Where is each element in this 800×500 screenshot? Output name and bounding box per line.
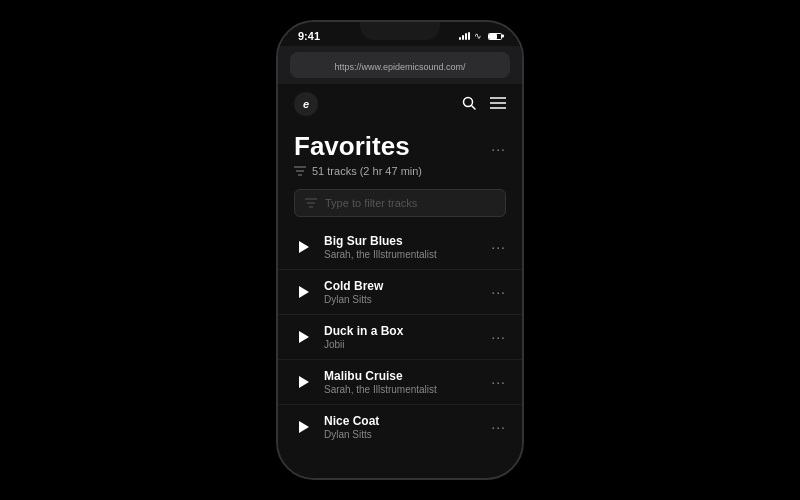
app-logo: e xyxy=(294,92,318,116)
track-count-row: 51 tracks (2 hr 47 min) xyxy=(294,165,506,177)
track-item-1[interactable]: Cold Brew Dylan Sitts ··· xyxy=(278,270,522,315)
track-name-2: Duck in a Box xyxy=(324,324,481,338)
track-artist-0: Sarah, the Illstrumentalist xyxy=(324,249,481,260)
track-more-button-1[interactable]: ··· xyxy=(491,284,506,300)
track-name-0: Big Sur Blues xyxy=(324,234,481,248)
battery-icon xyxy=(488,33,502,40)
browser-bar: https://www.epidemicsound.com/ xyxy=(278,46,522,84)
play-icon-3 xyxy=(299,376,309,388)
filter-input-icon xyxy=(305,198,317,208)
svg-line-1 xyxy=(472,105,476,109)
signal-icon xyxy=(459,32,470,40)
track-artist-2: Jobii xyxy=(324,339,481,350)
play-button-3[interactable] xyxy=(294,372,314,392)
track-name-1: Cold Brew xyxy=(324,279,481,293)
play-icon-2 xyxy=(299,331,309,343)
play-icon-4 xyxy=(299,421,309,433)
menu-icon[interactable] xyxy=(490,96,506,112)
track-info-0: Big Sur Blues Sarah, the Illstrumentalis… xyxy=(324,234,481,260)
track-item-3[interactable]: Malibu Cruise Sarah, the Illstrumentalis… xyxy=(278,360,522,405)
track-info-4: Nice Coat Dylan Sitts xyxy=(324,414,481,440)
page-more-button[interactable]: ... xyxy=(491,138,506,154)
url-text: https://www.epidemicsound.com/ xyxy=(334,62,465,72)
title-row: Favorites ... xyxy=(294,132,506,161)
filter-placeholder: Type to filter tracks xyxy=(325,197,417,209)
track-info-1: Cold Brew Dylan Sitts xyxy=(324,279,481,305)
track-item-2[interactable]: Duck in a Box Jobii ··· xyxy=(278,315,522,360)
status-time: 9:41 xyxy=(298,30,320,42)
app-content: e xyxy=(278,84,522,478)
play-button-0[interactable] xyxy=(294,237,314,257)
filter-input-container[interactable]: Type to filter tracks xyxy=(294,189,506,217)
search-icon[interactable] xyxy=(462,96,476,113)
track-info-2: Duck in a Box Jobii xyxy=(324,324,481,350)
filter-section: Type to filter tracks xyxy=(278,181,522,225)
notch xyxy=(360,22,440,40)
track-artist-4: Dylan Sitts xyxy=(324,429,481,440)
play-icon-1 xyxy=(299,286,309,298)
play-button-4[interactable] xyxy=(294,417,314,437)
url-bar[interactable]: https://www.epidemicsound.com/ xyxy=(290,52,510,78)
track-artist-1: Dylan Sitts xyxy=(324,294,481,305)
track-more-button-2[interactable]: ··· xyxy=(491,329,506,345)
play-icon-0 xyxy=(299,241,309,253)
wifi-icon: ∿ xyxy=(474,31,482,41)
phone-frame: 9:41 ∿ https://www.epidemicsound.com/ xyxy=(276,20,524,480)
track-artist-3: Sarah, the Illstrumentalist xyxy=(324,384,481,395)
play-button-1[interactable] xyxy=(294,282,314,302)
track-more-button-3[interactable]: ··· xyxy=(491,374,506,390)
logo-letter: e xyxy=(303,98,309,110)
track-name-3: Malibu Cruise xyxy=(324,369,481,383)
header-icons xyxy=(462,96,506,113)
track-more-button-4[interactable]: ··· xyxy=(491,419,506,435)
page-title: Favorites xyxy=(294,132,410,161)
track-info-3: Malibu Cruise Sarah, the Illstrumentalis… xyxy=(324,369,481,395)
play-button-2[interactable] xyxy=(294,327,314,347)
page-title-area: Favorites ... 51 tracks (2 hr 47 min) xyxy=(278,124,522,181)
track-item-4[interactable]: Nice Coat Dylan Sitts ··· xyxy=(278,405,522,444)
track-item-0[interactable]: Big Sur Blues Sarah, the Illstrumentalis… xyxy=(278,225,522,270)
filter-lines-icon xyxy=(294,166,306,176)
app-header: e xyxy=(278,84,522,124)
track-name-4: Nice Coat xyxy=(324,414,481,428)
status-icons: ∿ xyxy=(459,31,502,41)
track-more-button-0[interactable]: ··· xyxy=(491,239,506,255)
track-list: Big Sur Blues Sarah, the Illstrumentalis… xyxy=(278,225,522,478)
track-count: 51 tracks (2 hr 47 min) xyxy=(312,165,422,177)
